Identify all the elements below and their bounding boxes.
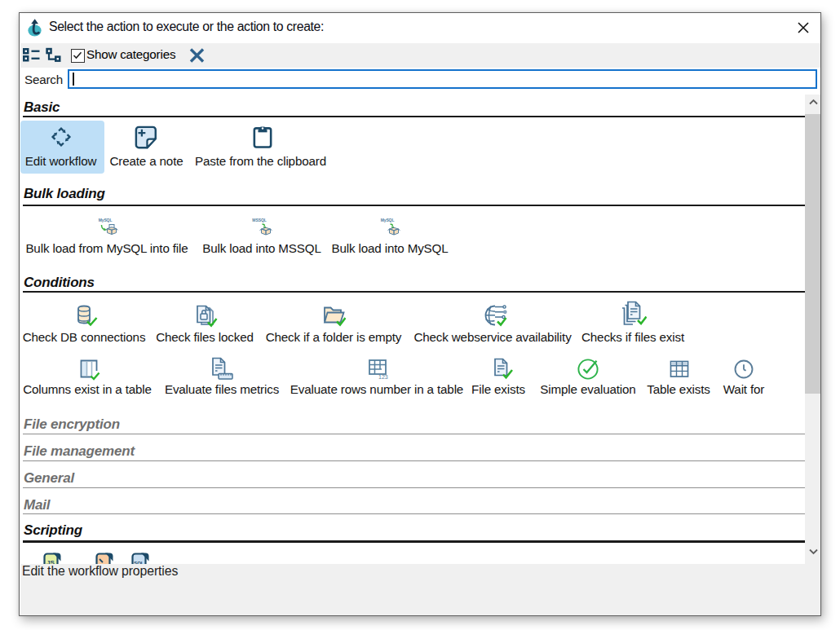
- svg-text:123: 123: [378, 374, 388, 380]
